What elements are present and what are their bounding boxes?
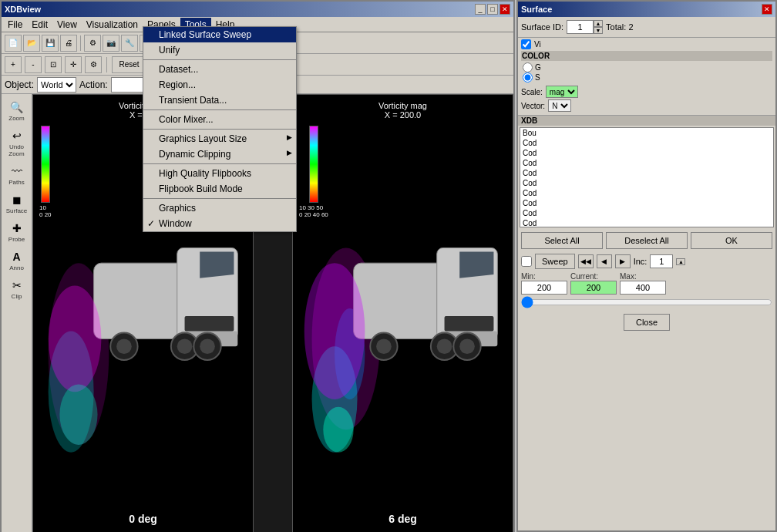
cm-window[interactable]: Window	[143, 216, 296, 231]
deselect-all-btn[interactable]: Deselect All	[606, 232, 688, 249]
menu-visualization[interactable]: Visualization	[82, 18, 143, 32]
zoom-out-icon[interactable]: -	[25, 56, 42, 73]
max-label: Max:	[620, 272, 666, 281]
vi-checkbox[interactable]	[521, 39, 531, 49]
settings-icon[interactable]: ⚙	[84, 35, 101, 52]
cm-region[interactable]: Region...	[143, 77, 296, 93]
fit-icon[interactable]: ⊡	[45, 56, 62, 73]
surface-id-input[interactable]	[567, 20, 594, 34]
toolbar2-sep	[106, 57, 107, 72]
svg-rect-6	[185, 316, 234, 332]
ok-btn[interactable]: OK	[691, 232, 772, 249]
surface-window: Surface ✕ Surface ID: ▲ ▼ Total: 2 Vi CO…	[516, 0, 777, 532]
surface-close-btn[interactable]: ✕	[762, 4, 772, 15]
surface-id-up[interactable]: ▲	[594, 20, 603, 27]
svg-point-29	[459, 338, 475, 354]
cm-flipbook-build-mode[interactable]: Flipbook Build Mode	[143, 181, 296, 197]
color-label-s: S	[535, 73, 540, 82]
cm-sep-2	[143, 109, 296, 110]
sweep-checkbox[interactable]	[521, 256, 532, 267]
object-select[interactable]: World	[37, 77, 76, 93]
menu-view[interactable]: View	[52, 18, 82, 32]
xdb-scroll-list[interactable]: Bou Cod Cod Cod Cod Cod Cod Cod Cod Cod …	[520, 127, 774, 227]
anno-tool[interactable]: A Anno	[5, 247, 29, 274]
close-btn-row: Close	[518, 311, 775, 334]
current-input[interactable]	[570, 281, 617, 295]
xdb-title: XDBview	[5, 5, 41, 14]
max-group: Max:	[620, 272, 666, 295]
cm-unify[interactable]: Unify	[143, 42, 296, 58]
open-icon[interactable]: 📂	[23, 35, 40, 52]
svg-marker-21	[459, 251, 493, 278]
current-group: Current:	[570, 272, 617, 295]
surface-id-down[interactable]: ▼	[594, 27, 603, 34]
zoom-icon: 🔍	[8, 99, 26, 115]
object-label: Object:	[5, 79, 34, 90]
close-button[interactable]: ✕	[500, 4, 510, 15]
color-radio-s[interactable]	[523, 72, 533, 82]
xdb-row-0: Bou	[520, 128, 773, 138]
menu-file[interactable]: File	[3, 18, 27, 32]
inc-input[interactable]	[650, 254, 673, 268]
surf-panel-area: Vi COLOR G S Scale: mag Vector: N	[518, 38, 775, 116]
crosshair-icon[interactable]: ✛	[65, 56, 82, 73]
print-icon[interactable]: 🖨	[60, 35, 77, 52]
cm-dataset[interactable]: Dataset...	[143, 62, 296, 77]
paths-label: Paths	[8, 179, 24, 186]
viewport-right: Vorticity mag X = 200.0 10 30 500 20 40 …	[292, 94, 513, 532]
probe-tool[interactable]: ✚ Probe	[5, 218, 29, 245]
anno-icon: A	[8, 249, 26, 264]
clip-label: Clip	[12, 293, 22, 300]
cm-linked-surface-sweep[interactable]: Linked Surface Sweep	[143, 27, 296, 42]
cm-transient[interactable]: Transient Data...	[143, 93, 296, 108]
max-input[interactable]	[620, 281, 666, 295]
surface-tool[interactable]: ◼ Surface	[5, 190, 29, 217]
cm-graphics[interactable]: Graphics	[143, 200, 296, 216]
xdb-row-6: Cod	[520, 188, 773, 198]
min-input[interactable]	[521, 281, 567, 295]
value-slider[interactable]	[521, 298, 772, 307]
anno-label: Anno	[9, 264, 24, 271]
maximize-button[interactable]: □	[487, 4, 498, 15]
xdb-row-2: Cod	[520, 148, 773, 158]
context-menu-left: Linked Surface Sweep Unify Dataset... Re…	[143, 26, 297, 232]
sweep-btn[interactable]: Sweep	[535, 254, 575, 269]
zoom-in-icon[interactable]: +	[5, 56, 22, 73]
clip-tool[interactable]: ✂ Clip	[5, 275, 29, 302]
truck-svg-right	[293, 137, 513, 532]
cm-graphics-layout-size[interactable]: Graphics Layout Size	[143, 131, 296, 146]
vector-select[interactable]: N	[548, 99, 571, 112]
title-bar-buttons: _ □ ✕	[475, 4, 510, 15]
new-icon[interactable]: 📄	[5, 35, 22, 52]
menu-edit[interactable]: Edit	[27, 18, 52, 32]
cm-color-mixer[interactable]: Color Mixer...	[143, 112, 296, 127]
inc-up[interactable]: ▲	[676, 258, 685, 265]
cm-sep-4	[143, 163, 296, 164]
xdb-row-4: Cod	[520, 168, 773, 178]
cm-dynamic-clipping[interactable]: Dynamic Clipping	[143, 146, 296, 162]
undo-zoom-tool[interactable]: ↩ UndoZoom	[5, 126, 29, 160]
nav-fwd-btn[interactable]: ▶	[615, 254, 631, 268]
xdb-row-7: Cod	[520, 198, 773, 208]
color-section-title: COLOR	[521, 51, 772, 61]
action-label: Action:	[79, 79, 108, 90]
close-window-btn[interactable]: Close	[624, 314, 670, 331]
zoom-tool[interactable]: 🔍 Zoom	[5, 97, 29, 124]
nav-prev-btn[interactable]: ◀◀	[578, 254, 594, 268]
svg-rect-23	[445, 316, 494, 332]
paths-tool[interactable]: 〰 Paths	[5, 161, 29, 188]
save-icon[interactable]: 💾	[42, 35, 59, 52]
xdb-row-5: Cod	[520, 178, 773, 188]
nav-back-btn[interactable]: ◀	[597, 254, 612, 268]
settings2-icon[interactable]: ⚙	[85, 56, 102, 73]
scale-select[interactable]: mag	[546, 86, 578, 98]
surface-total: Total: 2	[606, 22, 633, 32]
select-all-btn[interactable]: Select All	[521, 232, 603, 249]
tool3-icon[interactable]: 🔧	[121, 35, 138, 52]
reset-btn[interactable]: Reset	[112, 56, 146, 73]
camera-icon[interactable]: 📷	[103, 35, 119, 52]
svg-point-14	[59, 384, 97, 445]
minimize-button[interactable]: _	[475, 4, 486, 15]
color-radio-g[interactable]	[523, 62, 533, 72]
cm-high-quality-flipbooks[interactable]: High Quality Flipbooks	[143, 166, 296, 181]
